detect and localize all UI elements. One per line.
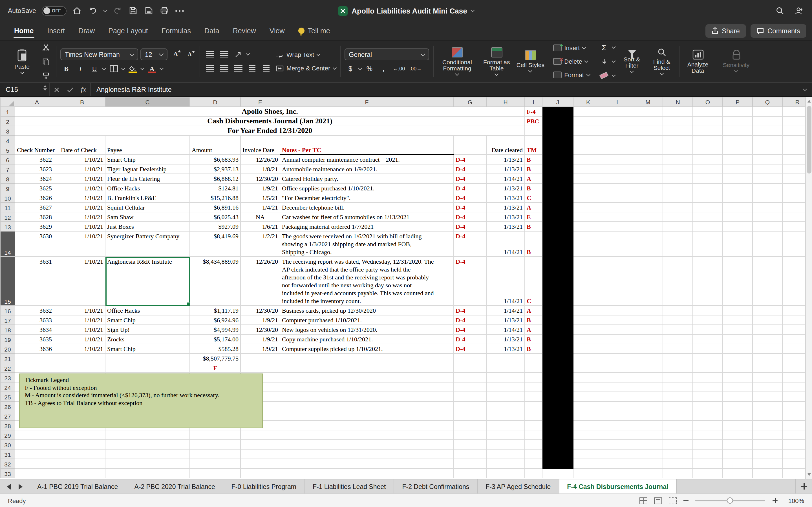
cell[interactable] xyxy=(633,363,663,373)
cell[interactable] xyxy=(753,305,782,315)
cell[interactable] xyxy=(105,459,190,468)
cell[interactable] xyxy=(542,334,573,344)
zoom-slider-thumb[interactable] xyxy=(727,497,733,504)
cell[interactable] xyxy=(241,449,280,459)
date-cleared-cell[interactable]: 1/13/21 xyxy=(486,164,525,174)
row-header-1[interactable]: 1 xyxy=(0,107,15,116)
cell[interactable] xyxy=(525,363,542,373)
cell[interactable] xyxy=(753,420,782,430)
cell[interactable] xyxy=(693,174,723,183)
ref-cell[interactable]: PBC xyxy=(525,116,542,126)
cell[interactable] xyxy=(723,411,753,420)
row-header-5[interactable]: 5 xyxy=(0,145,15,155)
cell[interactable] xyxy=(723,107,753,116)
cell[interactable] xyxy=(542,344,573,353)
check-date-cell[interactable]: 1/10/21 xyxy=(59,231,105,257)
increase-indent-button[interactable] xyxy=(260,63,272,74)
note-cell[interactable]: Computer purchased 1/10/2021. xyxy=(280,315,454,325)
align-center-button[interactable] xyxy=(218,63,230,74)
payee-cell[interactable]: Fleur de Lis Catering xyxy=(105,174,190,183)
cell[interactable] xyxy=(723,212,753,222)
cell[interactable] xyxy=(753,174,782,183)
invoice-date-cell[interactable]: 1/9/21 xyxy=(241,344,280,353)
cell[interactable] xyxy=(486,430,525,440)
cell[interactable] xyxy=(723,257,753,305)
check-date-cell[interactable]: 1/10/21 xyxy=(59,203,105,212)
decrease-decimal-button[interactable]: ←.00 xyxy=(392,63,406,74)
zoom-in-button[interactable] xyxy=(772,498,777,503)
invoice-date-cell[interactable]: 1/6/21 xyxy=(241,222,280,231)
row-header-16[interactable]: 16 xyxy=(0,305,15,315)
check-date-cell[interactable]: 1/10/21 xyxy=(59,212,105,222)
merge-center-button[interactable]: Merge & Center xyxy=(276,63,336,73)
cell[interactable] xyxy=(663,325,693,334)
cell[interactable] xyxy=(633,468,663,478)
cell[interactable] xyxy=(15,468,59,478)
ribbon-tab-data[interactable]: Data xyxy=(198,21,225,40)
cell[interactable] xyxy=(59,135,105,145)
note-cell[interactable]: The goods were received on 1/6/2021 with… xyxy=(280,231,454,257)
cell-styles-button[interactable]: Cell Styles xyxy=(516,50,545,73)
cell[interactable] xyxy=(573,315,603,325)
cell[interactable] xyxy=(723,155,753,164)
cell[interactable] xyxy=(542,468,573,478)
ribbon-tab-home[interactable]: Home xyxy=(8,21,40,40)
tickmark-ref-cell[interactable]: D-4 xyxy=(454,183,486,193)
tickmark-ref-cell[interactable]: D-4 xyxy=(454,212,486,222)
cell[interactable] xyxy=(753,344,782,353)
cell[interactable] xyxy=(280,363,454,373)
document-title[interactable]: Apollo Liabilities Audit Mini Case xyxy=(352,6,467,15)
number-format-select[interactable]: General xyxy=(344,48,429,60)
cell[interactable] xyxy=(454,459,486,468)
cell[interactable] xyxy=(486,363,525,373)
cell[interactable] xyxy=(603,107,633,116)
cell[interactable] xyxy=(454,420,486,430)
cell[interactable] xyxy=(454,382,486,392)
cell[interactable] xyxy=(603,231,633,257)
date-cleared-cell[interactable]: 1/13/21 xyxy=(486,212,525,222)
cell[interactable] xyxy=(280,392,454,401)
underline-chevron-icon[interactable] xyxy=(102,66,106,70)
cell[interactable] xyxy=(723,401,753,411)
cell[interactable] xyxy=(573,430,603,440)
check-date-cell[interactable]: 1/10/21 xyxy=(59,315,105,325)
cell[interactable] xyxy=(633,315,663,325)
cell[interactable] xyxy=(15,363,59,373)
wrap-text-button[interactable]: Wrap Text xyxy=(276,49,336,60)
cell[interactable] xyxy=(573,305,603,315)
cell[interactable] xyxy=(542,257,573,305)
date-cleared-cell[interactable]: 1/13/21 xyxy=(486,203,525,212)
fill-color-button[interactable] xyxy=(127,63,139,74)
undo-menu-chevron-icon[interactable] xyxy=(103,8,107,12)
cell[interactable] xyxy=(486,420,525,430)
amount-cell[interactable]: $4,994.99 xyxy=(190,325,241,334)
cell[interactable] xyxy=(753,183,782,193)
check-date-cell[interactable]: 1/10/21 xyxy=(59,174,105,183)
cell[interactable] xyxy=(573,183,603,193)
sheet-tab-a-2-pbc-2020-trial-balance[interactable]: A-2 PBC 2020 Trial Balance xyxy=(126,480,223,494)
ribbon-tab-review[interactable]: Review xyxy=(227,21,262,40)
cell[interactable] xyxy=(603,325,633,334)
cell[interactable] xyxy=(753,126,782,135)
row-header-21[interactable]: 21 xyxy=(0,353,15,363)
tickmark-ref-cell[interactable]: D-4 xyxy=(454,315,486,325)
cell[interactable] xyxy=(542,174,573,183)
row-header-32[interactable]: 32 xyxy=(0,459,15,468)
cell[interactable] xyxy=(693,305,723,315)
invoice-date-cell[interactable]: 1/8/21 xyxy=(241,164,280,174)
cell[interactable] xyxy=(693,155,723,164)
cell[interactable] xyxy=(573,373,603,382)
check-number-cell[interactable]: 3627 xyxy=(15,203,59,212)
row-header-30[interactable]: 30 xyxy=(0,440,15,449)
row-header-3[interactable]: 3 xyxy=(0,126,15,135)
tm-cell[interactable]: B xyxy=(525,183,542,193)
scrollbar-thumb[interactable] xyxy=(807,106,811,173)
cell[interactable] xyxy=(633,107,663,116)
cell[interactable] xyxy=(603,212,633,222)
cell[interactable] xyxy=(603,401,633,411)
cell[interactable] xyxy=(693,212,723,222)
cell[interactable] xyxy=(723,145,753,155)
header-cell[interactable]: Invoice Date xyxy=(241,145,280,155)
cell[interactable] xyxy=(603,222,633,231)
tickmark-ref-cell[interactable]: D-4 xyxy=(454,174,486,183)
